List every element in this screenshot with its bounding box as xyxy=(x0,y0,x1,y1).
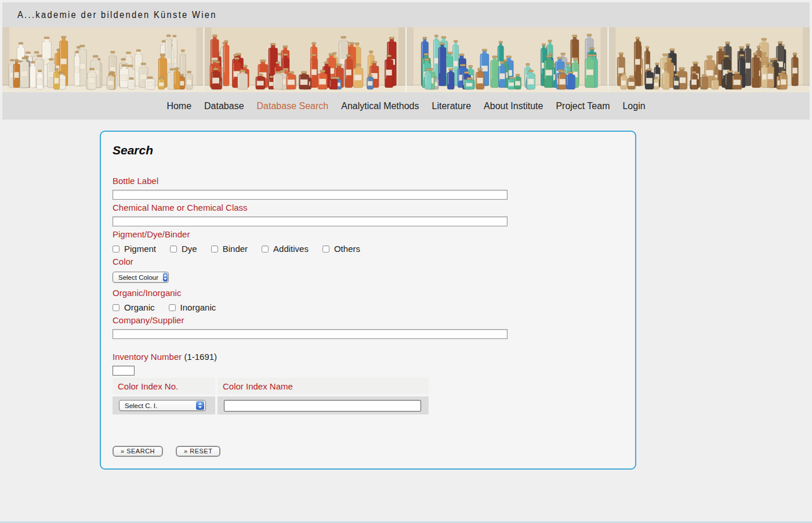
organic-inorganic-label: Organic/Inorganic xyxy=(113,287,621,299)
search-form: Search Bottle Label Chemical Name or Che… xyxy=(100,131,636,470)
red-pigment-shelf xyxy=(205,27,406,92)
chemical-name-label: Chemical Name or Chemical Class xyxy=(113,201,621,214)
nav-item-login[interactable]: Login xyxy=(622,100,646,113)
pigment-shelves-image xyxy=(2,27,810,92)
inventory-number-label: Inventory Number (1-1691) xyxy=(113,351,621,363)
additives-checkbox-label: Additives xyxy=(273,244,309,254)
inorganic-checkbox[interactable] xyxy=(169,304,176,311)
color-index-table: Color Index No. Color Index Name Select … xyxy=(113,378,429,414)
inventory-number-input[interactable] xyxy=(113,366,135,376)
company-supplier-input[interactable] xyxy=(113,329,507,339)
pigment-checkbox[interactable] xyxy=(113,246,119,253)
nav-item-about-institute[interactable]: About Institute xyxy=(483,100,543,113)
nav-item-database-search[interactable]: Database Search xyxy=(256,100,329,113)
binder-checkbox-label: Binder xyxy=(223,244,248,254)
white-pigment-shelf xyxy=(2,27,204,92)
nav-item-analytical-methods[interactable]: Analytical Methods xyxy=(340,100,419,113)
category-checkbox-row: Pigment Dye Binder Additives Others xyxy=(113,244,621,254)
dye-checkbox[interactable] xyxy=(170,246,177,253)
others-checkbox[interactable] xyxy=(322,246,329,253)
site-title: A...kademie der bildenden Künste Wien xyxy=(17,10,217,20)
organic-checkbox[interactable] xyxy=(113,304,119,311)
nav-item-project-team[interactable]: Project Team xyxy=(555,100,610,113)
chevron-up-down-icon xyxy=(163,273,168,282)
site-header: A...kademie der bildenden Künste Wien xyxy=(2,2,810,27)
color-index-no-cell: Select C. I. xyxy=(113,396,215,414)
color-index-select[interactable]: Select C. I. xyxy=(119,400,206,411)
pigment-checkbox-label: Pigment xyxy=(124,244,156,254)
checkbox-inorganic[interactable]: Inorganic xyxy=(169,302,216,312)
binder-checkbox[interactable] xyxy=(211,246,218,253)
color-label: Color xyxy=(113,255,621,268)
banner-pigment-shelves xyxy=(2,27,810,92)
inventory-number-range: (1-1691) xyxy=(184,352,217,362)
color-index-name-input[interactable] xyxy=(224,400,421,412)
main-nav: Home Database Database Search Analytical… xyxy=(2,92,810,120)
additives-checkbox[interactable] xyxy=(262,246,269,253)
checkbox-binder[interactable]: Binder xyxy=(211,244,248,254)
nav-item-database[interactable]: Database xyxy=(204,100,245,113)
checkbox-pigment[interactable]: Pigment xyxy=(113,244,156,254)
color-index-select-value: Select C. I. xyxy=(125,402,191,409)
inventory-number-label-text: Inventory Number xyxy=(113,352,182,362)
form-buttons: » SEARCH » RESET xyxy=(113,446,621,457)
nav-item-home[interactable]: Home xyxy=(166,100,192,113)
form-title: Search xyxy=(113,143,621,157)
organic-checkbox-row: Organic Inorganic xyxy=(113,302,621,312)
checkbox-organic[interactable]: Organic xyxy=(113,302,155,312)
color-index-no-header: Color Index No. xyxy=(113,378,215,394)
nav-item-literature[interactable]: Literature xyxy=(432,100,472,113)
chemical-name-input[interactable] xyxy=(113,217,507,226)
color-index-name-cell xyxy=(217,396,429,414)
color-index-name-header: Color Index Name xyxy=(217,378,429,394)
bottle-label-label: Bottle Label xyxy=(113,175,621,187)
dye-checkbox-label: Dye xyxy=(182,244,197,254)
main-content: Search Bottle Label Chemical Name or Che… xyxy=(2,120,810,470)
blue-green-pigment-shelf xyxy=(407,27,608,92)
color-select[interactable]: Select Colour xyxy=(113,272,169,283)
category-label: Pigment/Dye/Binder xyxy=(113,228,621,240)
reset-button[interactable]: » RESET xyxy=(176,446,220,457)
page: A...kademie der bildenden Künste Wien Ho… xyxy=(0,0,812,470)
color-select-value: Select Colour xyxy=(118,274,158,281)
checkbox-additives[interactable]: Additives xyxy=(262,244,309,254)
others-checkbox-label: Others xyxy=(334,244,360,254)
checkbox-others[interactable]: Others xyxy=(322,244,360,254)
brown-pigment-shelf xyxy=(609,27,810,92)
inorganic-checkbox-label: Inorganic xyxy=(180,302,216,312)
chevron-up-down-icon xyxy=(196,401,204,410)
organic-checkbox-label: Organic xyxy=(124,302,155,312)
search-button[interactable]: » SEARCH xyxy=(113,446,163,457)
company-supplier-label: Company/Supplier xyxy=(113,314,621,326)
bottle-label-input[interactable] xyxy=(113,190,507,200)
checkbox-dye[interactable]: Dye xyxy=(170,244,197,254)
